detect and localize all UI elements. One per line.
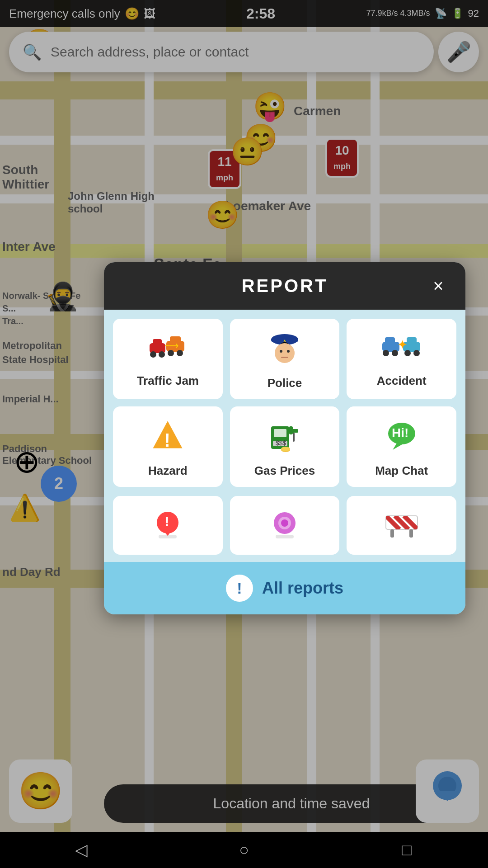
- svg-point-14: [287, 350, 290, 353]
- svg-point-3: [159, 351, 165, 358]
- svg-text:Hi!: Hi!: [392, 426, 408, 440]
- all-reports-label: All reports: [262, 579, 343, 598]
- svg-point-12: [275, 343, 295, 363]
- report-item-hazard[interactable]: ! Hazard: [113, 406, 223, 487]
- map-chat-label: Map Chat: [375, 464, 428, 478]
- row3-icon-1: !: [150, 507, 186, 548]
- report-item-police[interactable]: Police: [230, 319, 340, 399]
- svg-text:$$$: $$$: [276, 439, 286, 447]
- map-chat-icon: Hi!: [384, 417, 420, 458]
- svg-rect-47: [276, 535, 294, 538]
- report-item-gas-prices[interactable]: $$$ Gas Prices: [230, 406, 340, 487]
- report-item-row3-2[interactable]: [230, 496, 340, 555]
- report-row3: !: [104, 496, 465, 562]
- svg-text:⟶: ⟶: [164, 340, 179, 351]
- svg-rect-18: [385, 337, 395, 344]
- report-grid: ⟶ Traffic Jam: [104, 310, 465, 496]
- report-item-accident[interactable]: ✦ Accident: [347, 319, 456, 399]
- svg-rect-53: [390, 529, 394, 538]
- all-reports-exclamation: !: [237, 580, 242, 597]
- report-header: REPORT ×: [104, 262, 465, 310]
- report-item-row3-3[interactable]: [347, 496, 456, 555]
- svg-rect-54: [409, 529, 413, 538]
- svg-rect-22: [407, 337, 417, 344]
- svg-text:✦: ✦: [397, 338, 408, 352]
- svg-point-24: [413, 350, 420, 356]
- report-item-map-chat[interactable]: Hi! Map Chat: [347, 406, 456, 487]
- report-title: REPORT: [242, 276, 328, 296]
- svg-point-46: [281, 519, 288, 527]
- svg-rect-15: [281, 357, 288, 358]
- accident-label: Accident: [377, 374, 427, 388]
- gas-prices-icon: $$$: [267, 417, 303, 458]
- traffic-jam-icon: ⟶: [147, 332, 188, 368]
- report-item-row3-1[interactable]: !: [113, 496, 223, 555]
- svg-point-2: [150, 351, 156, 358]
- svg-text:!: !: [165, 514, 169, 528]
- hazard-label: Hazard: [148, 464, 188, 478]
- all-reports-icon: !: [226, 575, 253, 602]
- svg-rect-32: [293, 433, 295, 442]
- svg-rect-1: [153, 339, 162, 345]
- svg-rect-31: [292, 429, 298, 433]
- row3-icon-2: [267, 507, 303, 548]
- gas-prices-label: Gas Prices: [254, 464, 315, 478]
- report-dialog: REPORT × ⟶: [104, 262, 465, 614]
- svg-text:!: !: [164, 429, 170, 451]
- svg-point-13: [280, 350, 282, 353]
- close-button[interactable]: ×: [425, 273, 452, 300]
- police-label: Police: [267, 376, 302, 390]
- svg-point-36: [281, 447, 290, 451]
- traffic-jam-label: Traffic Jam: [137, 374, 199, 388]
- all-reports-button[interactable]: ! All reports: [104, 562, 465, 614]
- row3-icon-3: [384, 507, 420, 543]
- svg-rect-29: [274, 429, 286, 437]
- svg-point-19: [383, 350, 389, 356]
- hazard-icon: !: [150, 417, 186, 458]
- svg-rect-43: [159, 535, 177, 538]
- report-item-traffic-jam[interactable]: ⟶ Traffic Jam: [113, 319, 223, 399]
- police-icon: [267, 330, 303, 371]
- accident-icon: ✦: [381, 332, 422, 368]
